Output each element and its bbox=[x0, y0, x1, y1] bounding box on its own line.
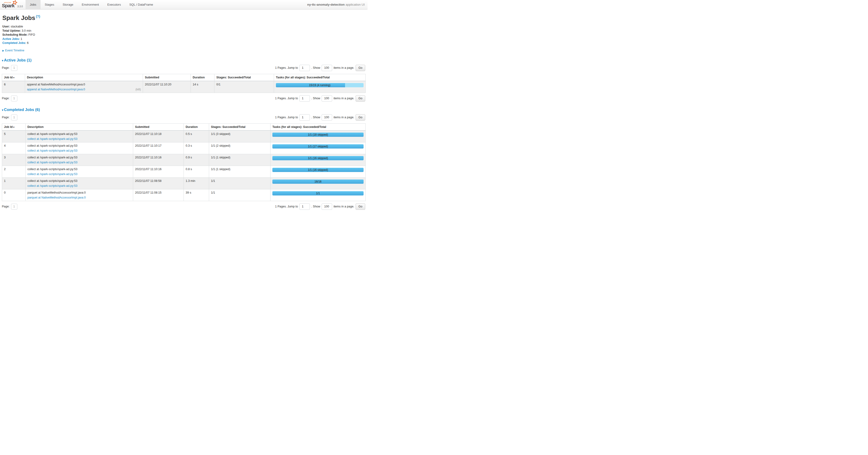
tab-environment[interactable]: Environment bbox=[78, 0, 103, 9]
items-per-page-input[interactable] bbox=[321, 203, 332, 210]
col-job-id[interactable]: Job Id▾ bbox=[2, 74, 25, 81]
scheduling-mode-value: FIFO bbox=[28, 33, 35, 36]
completed-jobs-header-row: Job Id▾ Description Submitted Duration S… bbox=[2, 123, 366, 131]
tab-storage[interactable]: Storage bbox=[58, 0, 78, 9]
completed-jobs-pagination-bottom: Page: 1 Pages. Jump to . Show items in a… bbox=[2, 203, 366, 210]
active-jobs-section-header[interactable]: ▾Active Jobs (1) bbox=[2, 58, 366, 62]
completed-jobs-table: Job Id▾ Description Submitted Duration S… bbox=[2, 123, 366, 201]
job-detail-link[interactable]: collect at /spark-scripts/spark-ad.py:53 bbox=[27, 184, 78, 188]
job-detail-link[interactable]: append at NativeMethodAccessorImpl.java:… bbox=[27, 88, 85, 91]
job-tasks-cell: 15/19 (4 running) bbox=[274, 81, 366, 93]
completed-job-row-1: 1 collect at /spark-scripts/spark-ad.py:… bbox=[2, 177, 366, 189]
job-submitted-cell: 2022/11/07 11:10:16 bbox=[133, 154, 184, 166]
page-label: Page: bbox=[2, 205, 10, 208]
kill-link[interactable]: (kill) bbox=[135, 88, 141, 91]
page-number-input[interactable] bbox=[11, 204, 17, 209]
job-detail-link[interactable]: parquet at NativeMethodAccessorImpl.java… bbox=[27, 196, 86, 199]
job-duration-cell: 14 s bbox=[191, 81, 215, 93]
job-description-cell: collect at /spark-scripts/spark-ad.py:53… bbox=[26, 131, 133, 142]
job-tasks-cell: 1/1 (17 skipped) bbox=[271, 142, 366, 154]
completed-job-row-4: 4 collect at /spark-scripts/spark-ad.py:… bbox=[2, 142, 366, 154]
collapsed-arrow-icon: ▶ bbox=[2, 49, 4, 52]
page-label: Page: bbox=[2, 66, 10, 69]
jump-to-page-input[interactable] bbox=[299, 95, 310, 102]
items-text: items in a page. bbox=[334, 97, 354, 100]
job-description-cell: parquet at NativeMethodAccessorImpl.java… bbox=[26, 189, 133, 201]
job-description-text: collect at /spark-scripts/spark-ad.py:53 bbox=[27, 132, 131, 136]
tab-sql-dataframe[interactable]: SQL / DataFrame bbox=[125, 0, 157, 9]
job-detail-link[interactable]: collect at /spark-scripts/spark-ad.py:53 bbox=[27, 161, 78, 164]
col-submitted[interactable]: Submitted bbox=[143, 74, 191, 81]
col-stages[interactable]: Stages: Succeeded/Total bbox=[215, 74, 274, 81]
job-stages-cell: 1/1 bbox=[209, 189, 271, 201]
summary-user: User: stackable bbox=[2, 25, 366, 29]
job-description-text: collect at /spark-scripts/spark-ad.py:53 bbox=[27, 168, 131, 171]
tab-executors[interactable]: Executors bbox=[103, 0, 125, 9]
page-number-input[interactable] bbox=[11, 65, 17, 71]
job-duration-cell: 0.3 s bbox=[184, 142, 209, 154]
job-stages-cell: 1/1 (1 skipped) bbox=[209, 166, 271, 177]
go-button[interactable]: Go bbox=[355, 95, 365, 102]
tasks-progress-label: 1/1 bbox=[272, 191, 364, 196]
job-stages-cell: 0/1 bbox=[215, 81, 274, 93]
go-button[interactable]: Go bbox=[355, 203, 365, 210]
job-submitted-cell: 2022/11/07 11:08:15 bbox=[133, 189, 184, 201]
uptime-value: 3.0 min bbox=[22, 29, 31, 32]
tasks-progress-bar: 15/19 (4 running) bbox=[276, 83, 364, 87]
col-job-id[interactable]: Job Id▾ bbox=[2, 123, 26, 131]
page-number-input[interactable] bbox=[11, 115, 17, 120]
job-submitted-cell: 2022/11/07 11:10:20 bbox=[143, 81, 191, 93]
expanded-arrow-icon: ▾ bbox=[2, 59, 3, 62]
go-button[interactable]: Go bbox=[355, 65, 365, 71]
col-tasks[interactable]: Tasks (for all stages): Succeeded/Total bbox=[271, 123, 366, 131]
col-duration[interactable]: Duration bbox=[184, 123, 209, 131]
job-detail-link[interactable]: collect at /spark-scripts/spark-ad.py:53 bbox=[27, 149, 78, 152]
jump-to-page-input[interactable] bbox=[299, 114, 310, 121]
job-stages-cell: 1/1 (1 skipped) bbox=[209, 154, 271, 166]
tab-stages[interactable]: Stages bbox=[40, 0, 58, 9]
job-description-text: append at NativeMethodAccessorImpl.java:… bbox=[27, 83, 141, 86]
col-duration[interactable]: Duration bbox=[191, 74, 215, 81]
job-detail-link[interactable]: collect at /spark-scripts/spark-ad.py:53 bbox=[27, 172, 78, 176]
event-timeline-toggle[interactable]: ▶Event Timeline bbox=[2, 49, 366, 52]
completed-job-row-5: 5 collect at /spark-scripts/spark-ad.py:… bbox=[2, 131, 366, 142]
col-description[interactable]: Description bbox=[26, 123, 133, 131]
col-tasks[interactable]: Tasks (for all stages): Succeeded/Total bbox=[274, 74, 366, 81]
job-stages-cell: 1/1 (3 skipped) bbox=[209, 131, 271, 142]
job-tasks-cell: 1/1 (18 skipped) bbox=[271, 131, 366, 142]
expanded-arrow-icon: ▾ bbox=[2, 108, 3, 112]
page-number-input[interactable] bbox=[11, 95, 17, 102]
tasks-progress-label: 1/1 (17 skipped) bbox=[272, 144, 364, 148]
tasks-progress-bar: 1/1 (16 skipped) bbox=[272, 156, 364, 160]
spark-logo[interactable]: APACHE Spark 3.3.0 bbox=[0, 0, 25, 9]
tasks-progress-bar: 16/16 bbox=[272, 179, 364, 184]
job-id-cell: 2 bbox=[2, 166, 26, 177]
col-description[interactable]: Description bbox=[25, 74, 143, 81]
top-navbar: APACHE Spark 3.3.0 Jobs Stages Storage E… bbox=[0, 0, 368, 9]
items-per-page-input[interactable] bbox=[321, 95, 332, 102]
job-id-cell: 6 bbox=[2, 81, 25, 93]
show-text: . Show bbox=[311, 205, 320, 208]
job-duration-cell: 1.3 min bbox=[184, 177, 209, 189]
uptime-label: Total Uptime: bbox=[2, 29, 21, 32]
col-submitted[interactable]: Submitted bbox=[133, 123, 184, 131]
job-description-text: collect at /spark-scripts/spark-ad.py:53 bbox=[27, 144, 131, 147]
tasks-progress-bar: 1/1 bbox=[272, 191, 364, 196]
completed-jobs-count: 6 bbox=[27, 41, 29, 45]
tasks-progress-label: 1/1 (18 skipped) bbox=[272, 133, 364, 137]
show-text: . Show bbox=[311, 116, 320, 119]
jump-to-page-input[interactable] bbox=[299, 203, 310, 210]
completed-jobs-section-header[interactable]: ▾Completed Jobs (6) bbox=[2, 108, 366, 112]
go-button[interactable]: Go bbox=[355, 114, 365, 121]
job-tasks-cell: 1/1 bbox=[271, 189, 366, 201]
help-link[interactable]: (?) bbox=[36, 15, 40, 18]
job-detail-link[interactable]: collect at /spark-scripts/spark-ad.py:53 bbox=[27, 137, 78, 141]
completed-jobs-pagination-top: Page: 1 Pages. Jump to . Show items in a… bbox=[2, 114, 366, 121]
col-stages[interactable]: Stages: Succeeded/Total bbox=[209, 123, 271, 131]
items-per-page-input[interactable] bbox=[321, 114, 332, 121]
completed-jobs-link[interactable]: Completed Jobs: bbox=[2, 41, 26, 45]
tab-jobs[interactable]: Jobs bbox=[26, 0, 40, 9]
active-jobs-link[interactable]: Active Jobs: bbox=[2, 37, 20, 40]
jump-to-page-input[interactable] bbox=[299, 65, 310, 71]
items-per-page-input[interactable] bbox=[321, 65, 332, 71]
